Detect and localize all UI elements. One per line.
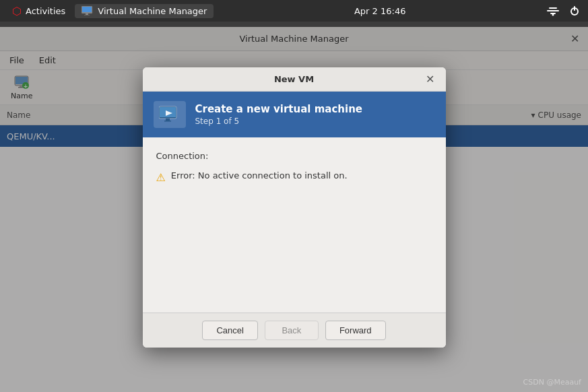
datetime-label: Apr 2 16:46 (354, 6, 406, 16)
svg-rect-2 (86, 13, 88, 15)
network-icon[interactable] (546, 4, 560, 18)
taskbar-vm-label: Virtual Machine Manager (98, 6, 207, 16)
dialog-footer: Cancel Back Forward (143, 313, 446, 348)
dialog-step-text: Create a new virtual machine Step 1 of 5 (195, 103, 363, 126)
dialog-step-header: Create a new virtual machine Step 1 of 5 (143, 92, 446, 137)
dialog-title: New VM (166, 74, 423, 84)
power-icon[interactable] (568, 4, 581, 18)
watermark: CSDN @Meaauf (523, 378, 581, 387)
activities-button[interactable]: ⬡ Activities (7, 2, 71, 20)
taskbar-vm-manager[interactable]: Virtual Machine Manager (75, 4, 214, 18)
dialog-step-title: Create a new virtual machine (195, 103, 363, 115)
connection-label: Connection: (156, 151, 432, 161)
new-vm-dialog: New VM ✕ Create a new virtual machine St… (143, 67, 446, 348)
svg-rect-4 (549, 7, 557, 9)
error-text: Error: No active connection to install o… (171, 170, 348, 181)
system-bar-right (546, 4, 581, 18)
svg-rect-5 (547, 10, 559, 11)
warning-icon: ⚠ (156, 171, 166, 184)
step-icon (154, 101, 186, 128)
svg-point-7 (552, 14, 554, 16)
svg-rect-18 (166, 119, 170, 121)
dialog-titlebar: New VM ✕ (143, 67, 446, 92)
activities-label: Activities (26, 6, 65, 16)
system-bar-center: Apr 2 16:46 (354, 6, 406, 16)
dialog-step-subtitle: Step 1 of 5 (195, 117, 363, 126)
system-bar: ⬡ Activities Virtual Machine Manager Apr… (0, 0, 588, 22)
dialog-body: Connection: ⚠ Error: No active connectio… (143, 137, 446, 313)
vm-taskbar-icon (81, 6, 94, 15)
app-window: Virtual Machine Manager ✕ File Edit + Na… (0, 27, 588, 392)
system-bar-left: ⬡ Activities Virtual Machine Manager (7, 2, 214, 20)
forward-button[interactable]: Forward (325, 321, 386, 340)
svg-rect-1 (82, 7, 92, 12)
create-vm-icon (159, 105, 181, 124)
svg-rect-3 (84, 15, 90, 15)
activities-icon: ⬡ (12, 5, 22, 18)
error-message-container: ⚠ Error: No active connection to install… (156, 170, 432, 184)
cancel-button[interactable]: Cancel (202, 321, 257, 340)
dialog-close-button[interactable]: ✕ (423, 72, 438, 87)
back-button[interactable]: Back (265, 321, 319, 340)
svg-rect-19 (164, 121, 171, 122)
